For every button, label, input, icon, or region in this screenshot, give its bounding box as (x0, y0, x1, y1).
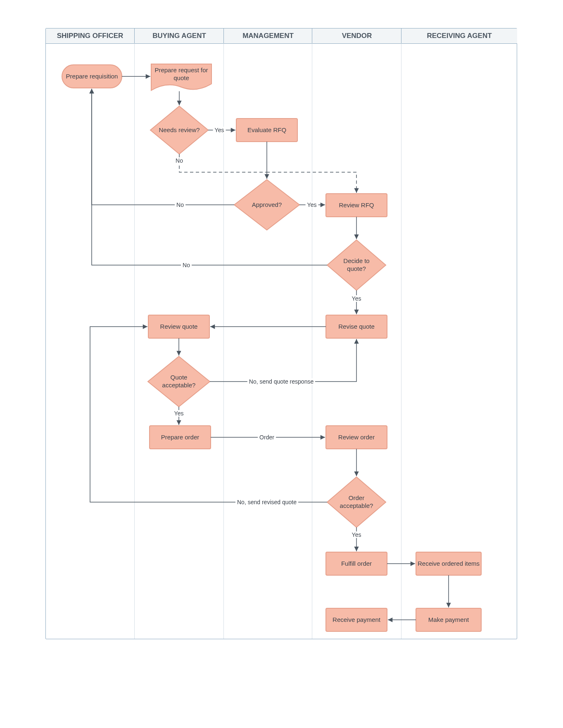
edge (210, 339, 356, 382)
node-receive-items (416, 552, 481, 575)
edge-dashed (179, 154, 266, 172)
node-fulfill-order (326, 552, 387, 575)
node-review-quote (148, 315, 209, 338)
node-order-acceptable (327, 477, 386, 527)
node-prepare-order (150, 426, 211, 449)
node-quote-acceptable (148, 356, 210, 407)
edge-label-needs-review-no: No (174, 157, 185, 164)
edge-label-order-yes: Yes (350, 531, 363, 538)
node-review-order (326, 426, 387, 449)
edge-label-quote-yes: Yes (173, 410, 185, 417)
edge-label-quote-no: No, send quote response (247, 378, 315, 385)
edge-label-approved-no: No (175, 202, 185, 208)
node-prepare-rfq (151, 64, 211, 90)
edge-label-decide-yes: Yes (350, 295, 363, 302)
edge-label-order: Order (258, 434, 276, 441)
edge (90, 327, 327, 502)
node-decide-to-quote (327, 240, 386, 290)
page: SHIPPING OFFICER BUYING AGENT MANAGEMENT… (0, 0, 563, 728)
node-make-payment (416, 608, 481, 631)
node-evaluate-rfq (236, 119, 297, 142)
node-needs-review (150, 106, 208, 154)
swimlane-frame: SHIPPING OFFICER BUYING AGENT MANAGEMENT… (45, 28, 517, 639)
edge-label-approved-yes: Yes (306, 202, 318, 208)
node-review-rfq (326, 194, 387, 217)
flowchart-canvas (46, 28, 517, 639)
edge (92, 89, 327, 265)
node-approved (234, 180, 299, 230)
edge-label-decide-no: No (181, 262, 192, 268)
node-receive-payment (326, 608, 387, 631)
node-prepare-requisition (62, 65, 122, 88)
edge (92, 89, 234, 205)
edge-label-needs-review-yes: Yes (213, 127, 226, 133)
edge-label-order-no: No, send revised quote (235, 499, 298, 505)
node-revise-quote (326, 315, 387, 338)
